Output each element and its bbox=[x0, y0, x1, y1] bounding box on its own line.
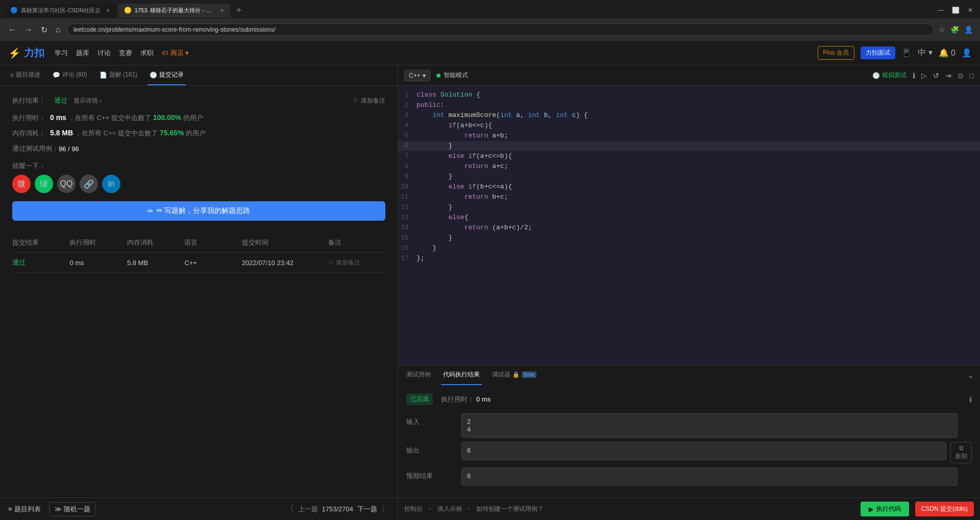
smart-mode-indicator: 智能模式 bbox=[436, 71, 468, 80]
tab-bar: 🔵 高校算法学习社区-CSDN社区云 ✕ 🟡 1753. 移除石子的最大得分 -… bbox=[0, 0, 980, 18]
submission-label: 提交记录 bbox=[159, 70, 184, 79]
new-tab-button[interactable]: + bbox=[232, 5, 246, 16]
console-button[interactable]: 控制台 bbox=[404, 505, 423, 513]
prev-problem-button[interactable]: 〈 bbox=[286, 504, 294, 514]
run-code-button[interactable]: ▶ 执行代码 bbox=[861, 502, 909, 516]
minimize-button[interactable]: — bbox=[935, 5, 947, 16]
profile-icon[interactable]: 👤 bbox=[963, 25, 974, 35]
problem-number: 1753/2704 bbox=[322, 505, 353, 513]
tab-submissions[interactable]: 🕐 提交记录 bbox=[148, 65, 186, 85]
code-editor[interactable]: 1 class Solution { 2 public: 3 int maxim… bbox=[398, 86, 980, 365]
lang-icon[interactable]: 中 ▾ bbox=[918, 48, 932, 58]
settings-icon-btn[interactable]: ⊙ bbox=[958, 72, 964, 80]
share-linkedin[interactable]: in bbox=[102, 175, 120, 193]
lang-chevron-icon: ▾ bbox=[423, 72, 426, 79]
show-detail-link[interactable]: 显示详情 bbox=[74, 97, 102, 105]
row-status[interactable]: 通过 bbox=[12, 258, 69, 267]
nav-shop[interactable]: 🏷 商店 ▾ bbox=[162, 49, 189, 58]
tab1-close[interactable]: ✕ bbox=[106, 8, 110, 13]
logo: ⚡ 力扣 bbox=[8, 46, 44, 60]
tab-debugger[interactable]: 调试器 🔒 Beta bbox=[490, 365, 538, 385]
right-top-bar: C++ ▾ 智能模式 🕐 模拟面试 ℹ ▷ ↺ ⇥ ⊙ □ bbox=[398, 65, 980, 86]
share-qq[interactable]: QQ bbox=[57, 175, 76, 193]
how-create-link[interactable]: 如何创建一个测试用例？ bbox=[476, 505, 544, 513]
fill-example-button[interactable]: 填入示例 bbox=[437, 505, 462, 513]
forward-button[interactable]: → bbox=[22, 23, 35, 36]
bottom-tabs: 测试用例 代码执行结果 调试器 🔒 Beta ⌄ bbox=[398, 365, 980, 385]
code-line-11: 11 return b+c; bbox=[398, 192, 980, 202]
th-status: 提交结果 bbox=[12, 238, 69, 247]
code-line-17: 17 }; bbox=[398, 253, 980, 264]
row-add-note[interactable]: ▷ 添加备注 bbox=[328, 258, 385, 267]
result-exec-label: 执行用时： bbox=[441, 395, 474, 404]
interview-button[interactable]: 力扣面试 bbox=[861, 46, 895, 59]
header-right: Plus 会员 力扣面试 📱 中 ▾ 🔔 0 👤 bbox=[818, 46, 972, 60]
diff-icon: ⧉ bbox=[959, 444, 964, 452]
close-button[interactable]: ✕ bbox=[965, 5, 976, 16]
tab1-favicon: 🔵 bbox=[10, 7, 18, 14]
lang-label: C++ bbox=[409, 72, 421, 79]
maximize-button[interactable]: ⬜ bbox=[949, 5, 963, 16]
bookmark-icon[interactable]: ☆ bbox=[938, 25, 946, 35]
code-line-5: 5 return a+b; bbox=[398, 131, 980, 141]
row-time: 2022/07/10 23:42 bbox=[242, 259, 328, 267]
comment-icon: 💬 bbox=[53, 72, 60, 79]
add-note-button[interactable]: ▷ 添加备注 bbox=[353, 97, 385, 105]
result-info-icon[interactable]: ℹ bbox=[969, 395, 972, 404]
nav-study[interactable]: 学习 bbox=[55, 49, 68, 58]
random-problem-button[interactable]: ≫ 随机一题 bbox=[49, 502, 96, 516]
tab-icon-btn[interactable]: ⇥ bbox=[945, 72, 951, 80]
tab2-close[interactable]: ✕ bbox=[220, 8, 224, 13]
tab-comments[interactable]: 💬 评论 (80) bbox=[51, 65, 89, 85]
nav-career[interactable]: 求职 bbox=[140, 49, 154, 58]
problem-list-button[interactable]: ≡ 题目列表 bbox=[8, 505, 41, 514]
bottom-bar: ≡ 题目列表 ≫ 随机一题 〈 上一题 1753/2704 下一题 〉 bbox=[0, 498, 398, 520]
nav-discuss[interactable]: 讨论 bbox=[97, 49, 111, 58]
input-value: 2 4 bbox=[461, 413, 958, 438]
tab-solutions[interactable]: 📄 题解 (161) bbox=[97, 65, 139, 85]
share-copy[interactable]: 🔗 bbox=[80, 175, 98, 193]
mem-beat: ，在所有 C++ 提交中击败了 bbox=[75, 129, 158, 138]
tab-1[interactable]: 🔵 高校算法学习社区-CSDN社区云 ✕ bbox=[4, 4, 116, 17]
write-solution-button[interactable]: ✏ ✏ 写题解，分享我的解题思路 bbox=[12, 201, 385, 221]
write-icon: ✏ bbox=[148, 207, 154, 215]
home-button[interactable]: ⌂ bbox=[54, 23, 63, 36]
tab-problem-desc[interactable]: ≡ 题目描述 bbox=[8, 65, 42, 85]
refresh-button[interactable]: ↻ bbox=[39, 23, 50, 37]
collapse-results-button[interactable]: ⌄ bbox=[967, 370, 974, 380]
csdn-label: CSDN 提交(ddis) bbox=[921, 505, 968, 512]
th-lang: 语言 bbox=[184, 238, 241, 247]
extension-icon[interactable]: 🧩 bbox=[949, 25, 960, 35]
csdn-submit-button[interactable]: CSDN 提交(ddis) bbox=[915, 502, 974, 516]
tab-test-cases[interactable]: 测试用例 bbox=[404, 365, 433, 385]
share-wechat[interactable]: 绿 bbox=[35, 175, 53, 193]
plus-member-button[interactable]: Plus 会员 bbox=[818, 46, 855, 60]
test-cases-label: 测试用例 bbox=[406, 370, 431, 379]
nav-problems[interactable]: 题库 bbox=[76, 49, 89, 58]
exec-time-row: 执行用时： 0 ms ，在所有 C++ 提交中击败了 100.00% 的用户 bbox=[12, 113, 385, 123]
fullscreen-icon-btn[interactable]: □ bbox=[970, 72, 974, 80]
reset-icon-btn[interactable]: ↺ bbox=[933, 72, 939, 80]
next-label: 下一题 bbox=[357, 505, 377, 514]
tab-exec-results[interactable]: 代码执行结果 bbox=[441, 365, 482, 385]
share-weibo[interactable]: 微 bbox=[12, 175, 31, 193]
avatar[interactable]: 👤 bbox=[962, 48, 972, 58]
results-panel: 已完成 执行用时： 0 ms ℹ 输入 2 4 输出 6 ⧉ 差别 bbox=[398, 385, 980, 498]
back-button[interactable]: ← bbox=[6, 23, 18, 36]
bell-icon[interactable]: 🔔 0 bbox=[939, 48, 955, 58]
input-row: 输入 2 4 bbox=[406, 413, 972, 438]
run-icon-btn[interactable]: ▷ bbox=[921, 72, 927, 80]
th-mem: 内存消耗 bbox=[127, 238, 184, 247]
mock-interview-btn[interactable]: 🕐 模拟面试 bbox=[872, 71, 906, 80]
language-select[interactable]: C++ ▾ bbox=[404, 70, 430, 81]
url-bar[interactable]: leetcode.cn/problems/maximum-score-from-… bbox=[67, 23, 934, 36]
url-text: leetcode.cn/problems/maximum-score-from-… bbox=[74, 26, 927, 33]
result-exec-value: 0 ms bbox=[476, 395, 491, 403]
device-icon[interactable]: 📱 bbox=[901, 48, 912, 58]
info-icon-btn[interactable]: ℹ bbox=[913, 72, 915, 80]
diff-button[interactable]: ⧉ 差别 bbox=[950, 442, 972, 463]
cases-value: 96 / 96 bbox=[59, 145, 79, 153]
nav-contest[interactable]: 竞赛 bbox=[119, 49, 132, 58]
next-problem-button[interactable]: 〉 bbox=[381, 504, 389, 514]
tab-2[interactable]: 🟡 1753. 移除石子的最大得分 - 力... ✕ bbox=[118, 4, 230, 17]
